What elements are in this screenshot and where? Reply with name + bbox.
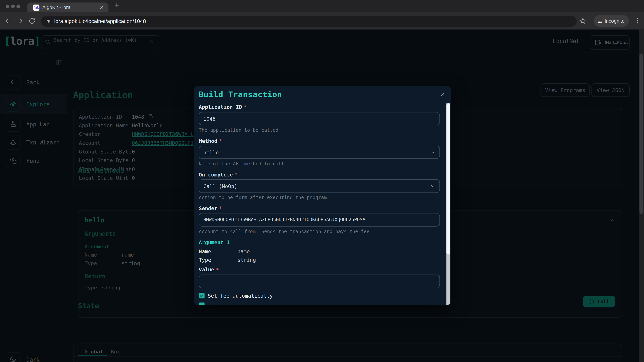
field-label-method: Method* <box>199 138 222 144</box>
incognito-label: Incognito <box>604 18 624 24</box>
field-label-on-complete: On complete* <box>199 172 238 178</box>
application-id-input[interactable] <box>199 112 440 125</box>
browser-tab[interactable]: [ak] AlgoKit - lora <box>27 2 108 12</box>
field-label-application-id: Application ID* <box>199 104 247 110</box>
application-id-input-field[interactable] <box>199 112 432 125</box>
argument-type-row: Typestring <box>199 257 256 263</box>
modal-title: Build Transaction <box>199 90 282 99</box>
value-input-field[interactable] <box>199 275 432 288</box>
argument-name-row: Namename <box>199 248 250 255</box>
bookmark-star-icon[interactable] <box>580 17 586 24</box>
browser-toolbar: lora.algokit.io/localnet/application/104… <box>0 12 644 29</box>
browser-menu-icon[interactable] <box>634 17 641 24</box>
chevron-down-icon <box>430 150 435 155</box>
tab-close-icon[interactable] <box>99 4 104 10</box>
value-input[interactable] <box>199 275 440 288</box>
browser-window: [ak] AlgoKit - lora lora.algokit.io/loca… <box>0 0 644 362</box>
sender-input-field[interactable] <box>199 213 432 226</box>
screenshot-stage: [ak] AlgoKit - lora lora.algokit.io/loca… <box>0 0 644 362</box>
field-label-value: Value* <box>199 266 219 273</box>
traffic-light-zoom[interactable] <box>16 4 20 8</box>
window-scrollbar-thumb[interactable] <box>640 54 643 214</box>
url-bar[interactable]: lora.algokit.io/localnet/application/104… <box>41 15 576 26</box>
lora-app-page: [lora] LocalNet HMWD…PQSA <box>0 29 639 362</box>
incognito-icon <box>597 18 603 24</box>
forward-icon[interactable] <box>16 17 23 24</box>
modal-close-icon[interactable] <box>440 92 445 98</box>
site-settings-icon[interactable] <box>45 18 51 24</box>
traffic-light-minimize[interactable] <box>11 4 15 8</box>
set-fee-checkbox[interactable] <box>199 293 204 298</box>
clipped-checkbox[interactable] <box>199 303 204 305</box>
argument-heading: Argument 1 <box>199 239 230 246</box>
set-fee-label: Set fee automatically <box>208 293 273 299</box>
incognito-badge: Incognito <box>594 15 629 27</box>
field-help-application-id: The application to be called <box>199 127 278 133</box>
modal-scrollbar-thumb[interactable] <box>446 103 450 254</box>
window-scrollbar[interactable] <box>639 29 644 362</box>
field-help-method: Name of the ABI method to call <box>199 161 284 167</box>
field-help-sender: Account to call from. Sends the transact… <box>199 229 369 234</box>
on-complete-select[interactable]: Call (NoOp) <box>199 179 440 193</box>
sender-input[interactable] <box>199 213 440 227</box>
browser-tab-strip: [ak] AlgoKit - lora <box>0 0 644 12</box>
method-select[interactable]: hello <box>199 146 440 159</box>
field-help-on-complete: Action to perform after executing the pr… <box>199 195 327 200</box>
method-select-value: hello <box>203 149 219 156</box>
reload-icon[interactable] <box>29 17 35 24</box>
build-transaction-modal: Build Transaction Application ID* The ap… <box>194 86 451 305</box>
field-label-sender: Sender* <box>199 205 222 211</box>
tab-favicon: [ak] <box>33 4 40 10</box>
url-text: lora.algokit.io/localnet/application/104… <box>54 18 146 24</box>
modal-scrollbar[interactable] <box>446 103 450 305</box>
tab-title: AlgoKit - lora <box>42 4 70 10</box>
back-icon[interactable] <box>5 17 12 24</box>
on-complete-select-value: Call (NoOp) <box>203 183 237 189</box>
chevron-down-icon <box>430 184 435 189</box>
new-tab-icon[interactable] <box>113 2 120 9</box>
traffic-light-close[interactable] <box>6 4 10 8</box>
